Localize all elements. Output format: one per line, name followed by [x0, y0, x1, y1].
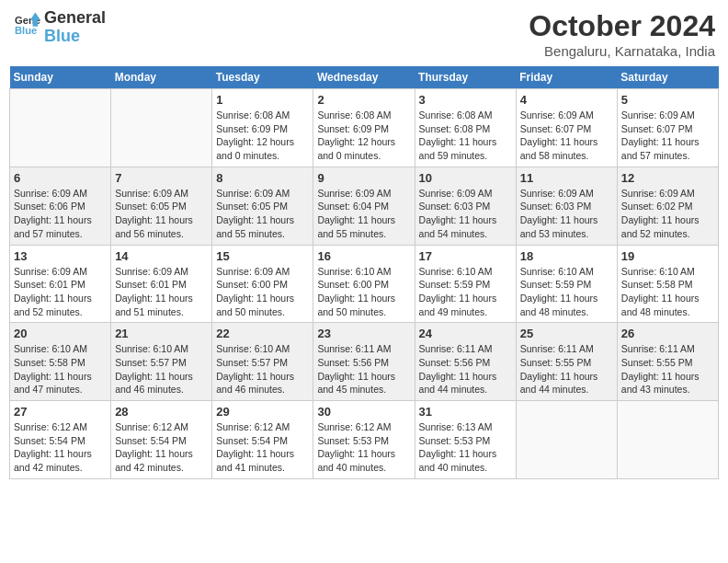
- calendar-cell: 4Sunrise: 6:09 AM Sunset: 6:07 PM Daylig…: [516, 89, 617, 167]
- day-info: Sunrise: 6:08 AM Sunset: 6:08 PM Dayligh…: [419, 109, 512, 163]
- calendar-cell: 3Sunrise: 6:08 AM Sunset: 6:08 PM Daylig…: [415, 89, 516, 167]
- calendar-cell: 18Sunrise: 6:10 AM Sunset: 5:59 PM Dayli…: [516, 245, 617, 323]
- day-info: Sunrise: 6:09 AM Sunset: 6:02 PM Dayligh…: [621, 187, 714, 241]
- day-number: 5: [621, 93, 714, 107]
- day-info: Sunrise: 6:09 AM Sunset: 6:03 PM Dayligh…: [520, 187, 613, 241]
- day-info: Sunrise: 6:10 AM Sunset: 5:57 PM Dayligh…: [115, 342, 208, 396]
- calendar-cell: 20Sunrise: 6:10 AM Sunset: 5:58 PM Dayli…: [10, 323, 111, 401]
- calendar-cell: 5Sunrise: 6:09 AM Sunset: 6:07 PM Daylig…: [617, 89, 718, 167]
- day-number: 6: [14, 171, 107, 185]
- day-info: Sunrise: 6:11 AM Sunset: 5:55 PM Dayligh…: [520, 342, 613, 396]
- calendar-cell: 27Sunrise: 6:12 AM Sunset: 5:54 PM Dayli…: [10, 401, 111, 479]
- calendar-cell: 8Sunrise: 6:09 AM Sunset: 6:05 PM Daylig…: [212, 167, 313, 245]
- weekday-header-thursday: Thursday: [415, 66, 516, 89]
- day-info: Sunrise: 6:09 AM Sunset: 6:07 PM Dayligh…: [520, 109, 613, 163]
- day-info: Sunrise: 6:09 AM Sunset: 6:05 PM Dayligh…: [115, 187, 208, 241]
- day-number: 8: [216, 171, 309, 185]
- weekday-header-wednesday: Wednesday: [313, 66, 415, 89]
- day-number: 26: [621, 327, 714, 340]
- month-title: October 2024: [529, 9, 715, 43]
- day-info: Sunrise: 6:10 AM Sunset: 5:58 PM Dayligh…: [14, 342, 107, 396]
- calendar-week-row: 6Sunrise: 6:09 AM Sunset: 6:06 PM Daylig…: [10, 167, 719, 245]
- location-title: Bengaluru, Karnataka, India: [529, 43, 715, 59]
- day-info: Sunrise: 6:10 AM Sunset: 5:57 PM Dayligh…: [216, 342, 309, 396]
- calendar-cell: 14Sunrise: 6:09 AM Sunset: 6:01 PM Dayli…: [111, 245, 212, 323]
- calendar-cell: 29Sunrise: 6:12 AM Sunset: 5:54 PM Dayli…: [212, 401, 313, 479]
- day-info: Sunrise: 6:09 AM Sunset: 6:06 PM Dayligh…: [14, 187, 107, 241]
- logo: General Blue General Blue: [13, 9, 106, 46]
- day-number: 31: [419, 405, 512, 419]
- calendar-cell: 30Sunrise: 6:12 AM Sunset: 5:53 PM Dayli…: [313, 401, 415, 479]
- calendar-cell: 7Sunrise: 6:09 AM Sunset: 6:05 PM Daylig…: [111, 167, 212, 245]
- day-number: 13: [14, 249, 107, 263]
- calendar-cell: 25Sunrise: 6:11 AM Sunset: 5:55 PM Dayli…: [516, 323, 617, 401]
- weekday-header-sunday: Sunday: [10, 66, 111, 89]
- day-info: Sunrise: 6:08 AM Sunset: 6:09 PM Dayligh…: [317, 109, 410, 163]
- day-number: 7: [115, 171, 208, 185]
- day-number: 3: [419, 93, 512, 107]
- calendar-cell: [10, 89, 111, 167]
- calendar-cell: 9Sunrise: 6:09 AM Sunset: 6:04 PM Daylig…: [313, 167, 415, 245]
- calendar-cell: 13Sunrise: 6:09 AM Sunset: 6:01 PM Dayli…: [10, 245, 111, 323]
- day-info: Sunrise: 6:09 AM Sunset: 6:03 PM Dayligh…: [419, 187, 512, 241]
- logo-text-blue: Blue: [44, 28, 106, 46]
- day-number: 21: [115, 327, 208, 340]
- calendar-cell: 31Sunrise: 6:13 AM Sunset: 5:53 PM Dayli…: [415, 401, 516, 479]
- day-number: 9: [317, 171, 410, 185]
- logo-icon: General Blue: [15, 11, 40, 37]
- calendar-cell: 11Sunrise: 6:09 AM Sunset: 6:03 PM Dayli…: [516, 167, 617, 245]
- calendar-cell: 24Sunrise: 6:11 AM Sunset: 5:56 PM Dayli…: [415, 323, 516, 401]
- day-info: Sunrise: 6:12 AM Sunset: 5:54 PM Dayligh…: [115, 420, 208, 475]
- day-number: 11: [520, 171, 613, 185]
- day-info: Sunrise: 6:08 AM Sunset: 6:09 PM Dayligh…: [216, 109, 309, 163]
- calendar-cell: 12Sunrise: 6:09 AM Sunset: 6:02 PM Dayli…: [617, 167, 718, 245]
- calendar-week-row: 20Sunrise: 6:10 AM Sunset: 5:58 PM Dayli…: [10, 323, 719, 401]
- calendar-week-row: 13Sunrise: 6:09 AM Sunset: 6:01 PM Dayli…: [10, 245, 719, 323]
- day-number: 28: [115, 405, 208, 419]
- day-number: 20: [14, 327, 107, 340]
- day-info: Sunrise: 6:12 AM Sunset: 5:54 PM Dayligh…: [14, 420, 107, 475]
- day-number: 15: [216, 249, 309, 263]
- day-number: 16: [317, 249, 410, 263]
- weekday-header-saturday: Saturday: [617, 66, 718, 89]
- day-info: Sunrise: 6:09 AM Sunset: 6:07 PM Dayligh…: [621, 109, 714, 163]
- day-info: Sunrise: 6:10 AM Sunset: 5:59 PM Dayligh…: [419, 265, 512, 319]
- day-number: 10: [419, 171, 512, 185]
- calendar-cell: 1Sunrise: 6:08 AM Sunset: 6:09 PM Daylig…: [212, 89, 313, 167]
- calendar-cell: 22Sunrise: 6:10 AM Sunset: 5:57 PM Dayli…: [212, 323, 313, 401]
- calendar-cell: 19Sunrise: 6:10 AM Sunset: 5:58 PM Dayli…: [617, 245, 718, 323]
- day-number: 30: [317, 405, 410, 419]
- day-info: Sunrise: 6:09 AM Sunset: 6:00 PM Dayligh…: [216, 265, 309, 319]
- day-info: Sunrise: 6:09 AM Sunset: 6:04 PM Dayligh…: [317, 187, 410, 241]
- day-number: 2: [317, 93, 410, 107]
- calendar-cell: 15Sunrise: 6:09 AM Sunset: 6:00 PM Dayli…: [212, 245, 313, 323]
- day-number: 12: [621, 171, 714, 185]
- title-section: October 2024 Bengaluru, Karnataka, India: [529, 9, 715, 59]
- calendar-cell: [516, 401, 617, 479]
- calendar-cell: 10Sunrise: 6:09 AM Sunset: 6:03 PM Dayli…: [415, 167, 516, 245]
- day-number: 1: [216, 93, 309, 107]
- day-info: Sunrise: 6:12 AM Sunset: 5:53 PM Dayligh…: [317, 420, 410, 475]
- day-number: 18: [520, 249, 613, 263]
- day-number: 27: [14, 405, 107, 419]
- calendar-cell: [111, 89, 212, 167]
- weekday-header-friday: Friday: [516, 66, 617, 89]
- day-number: 29: [216, 405, 309, 419]
- day-info: Sunrise: 6:12 AM Sunset: 5:54 PM Dayligh…: [216, 420, 309, 475]
- day-number: 22: [216, 327, 309, 340]
- day-info: Sunrise: 6:10 AM Sunset: 5:59 PM Dayligh…: [520, 265, 613, 319]
- day-info: Sunrise: 6:13 AM Sunset: 5:53 PM Dayligh…: [419, 420, 512, 475]
- day-number: 14: [115, 249, 208, 263]
- day-info: Sunrise: 6:10 AM Sunset: 5:58 PM Dayligh…: [621, 265, 714, 319]
- calendar-cell: 6Sunrise: 6:09 AM Sunset: 6:06 PM Daylig…: [10, 167, 111, 245]
- calendar-cell: 28Sunrise: 6:12 AM Sunset: 5:54 PM Dayli…: [111, 401, 212, 479]
- weekday-header-monday: Monday: [111, 66, 212, 89]
- day-info: Sunrise: 6:10 AM Sunset: 6:00 PM Dayligh…: [317, 265, 410, 319]
- calendar-week-row: 1Sunrise: 6:08 AM Sunset: 6:09 PM Daylig…: [10, 89, 719, 167]
- calendar-week-row: 27Sunrise: 6:12 AM Sunset: 5:54 PM Dayli…: [10, 401, 719, 479]
- calendar-cell: 2Sunrise: 6:08 AM Sunset: 6:09 PM Daylig…: [313, 89, 415, 167]
- day-info: Sunrise: 6:11 AM Sunset: 5:56 PM Dayligh…: [317, 342, 410, 396]
- day-info: Sunrise: 6:11 AM Sunset: 5:55 PM Dayligh…: [621, 342, 714, 396]
- calendar-cell: 16Sunrise: 6:10 AM Sunset: 6:00 PM Dayli…: [313, 245, 415, 323]
- calendar-cell: 23Sunrise: 6:11 AM Sunset: 5:56 PM Dayli…: [313, 323, 415, 401]
